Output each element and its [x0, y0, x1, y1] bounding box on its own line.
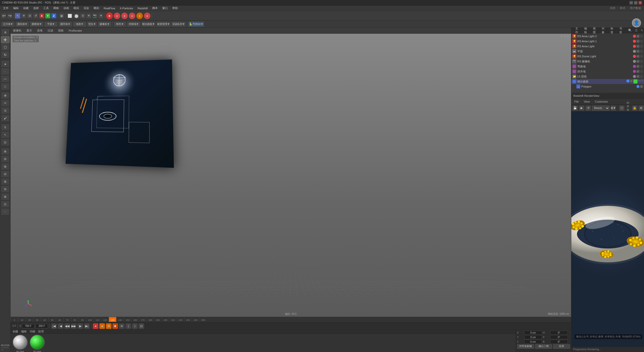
vp-tb-options[interactable]: 选项: [35, 28, 44, 33]
tick-160[interactable]: 160: [131, 317, 139, 322]
obj-render-rslight[interactable]: ✓: [636, 45, 639, 48]
material-manager[interactable]: 材质管理▼: [156, 21, 171, 27]
obj-row-polygon[interactable]: △ Polygon ✓: [571, 84, 644, 89]
mat-create[interactable]: 创建: [13, 330, 18, 333]
render-interactive-btn[interactable]: ●: [121, 12, 128, 19]
material-item-green[interactable]: RS Mat: [30, 335, 45, 352]
tick-40[interactable]: 40: [41, 317, 48, 322]
tick-50[interactable]: 50: [48, 317, 56, 322]
obj-dot2-repulse[interactable]: [640, 70, 643, 73]
landscape-primitive[interactable]: 地形▼: [73, 21, 87, 27]
side-tool-extra1[interactable]: ⊞: [1, 148, 10, 155]
obj-row-rslight[interactable]: 💡 RS Area Light ✓: [571, 44, 644, 49]
rv-mode-dropdown[interactable]: Beauty Diffuse Specular: [592, 106, 610, 111]
obj-dot2-rsdome[interactable]: [640, 55, 643, 58]
cylinder-primitive[interactable]: 圆柱体▼: [15, 21, 29, 27]
selection-tool[interactable]: ↖: [15, 13, 20, 19]
render-queue[interactable]: 渲染队列▼: [171, 21, 186, 27]
mat-edit[interactable]: 编辑: [21, 330, 27, 333]
h-rotation-input[interactable]: [550, 331, 568, 335]
tick-70[interactable]: 70: [63, 317, 71, 322]
undo-button[interactable]: ↩: [1, 13, 7, 19]
scale-tool-side[interactable]: ⬡: [1, 44, 10, 51]
obj-render-l5[interactable]: ✓: [636, 75, 639, 78]
plane-primitive[interactable]: 平面▼: [44, 21, 58, 27]
obj-vis-bend[interactable]: [633, 65, 636, 68]
om-icon3[interactable]: ✎: [641, 29, 643, 32]
tick-110[interactable]: 110: [94, 317, 101, 322]
obj-vis-repulse[interactable]: [633, 70, 636, 73]
obj-row-repulse[interactable]: ⬡ 排斥域 ✓: [571, 69, 644, 74]
coord-system-btn[interactable]: ⊕: [59, 13, 64, 19]
play-reverse-btn[interactable]: ◀◀: [64, 323, 70, 329]
autokey-btn[interactable]: ⏺: [112, 323, 118, 329]
obj-row-rscam[interactable]: 📷 RS 摄像机 ✓: [571, 59, 644, 64]
menu-style[interactable]: 样式: [618, 6, 627, 11]
side-tool-extra9[interactable]: ⋯: [1, 208, 10, 215]
cube-primitive[interactable]: 立方体▼: [1, 21, 15, 27]
obj-vis-rslight[interactable]: [633, 45, 636, 48]
subdivide-tool[interactable]: 细分曲面▼: [141, 21, 156, 27]
tick-90[interactable]: 90: [78, 317, 86, 322]
side-tool-extra2[interactable]: ⊟: [1, 155, 10, 162]
next-frame-btn[interactable]: ▶: [77, 323, 83, 329]
vp-tb-camera[interactable]: 摄像机: [12, 28, 23, 33]
vp-icon-2[interactable]: ⊞: [564, 35, 566, 38]
tick-0[interactable]: 0: [11, 317, 18, 322]
material-ball-rs[interactable]: [13, 335, 28, 350]
go-end-btn[interactable]: ▶|: [84, 323, 90, 329]
vp-tb-prorender[interactable]: ProRender: [67, 29, 84, 33]
viewport[interactable]: Number of emitters: 0 Total live particl…: [11, 34, 571, 317]
obj-dot2-bend[interactable]: [640, 65, 643, 68]
poly-tool[interactable]: □: [1, 83, 10, 90]
window-controls[interactable]: — □ ✕: [629, 1, 642, 5]
object-cube-btn[interactable]: ⬜: [67, 13, 73, 19]
obj-render-rscam[interactable]: ✓: [636, 60, 639, 63]
render-settings-btn[interactable]: ●: [136, 12, 143, 19]
tick-220[interactable]: 220: [177, 317, 184, 322]
loop-sel[interactable]: ⊙: [1, 107, 10, 114]
material-item-rs[interactable]: RS Mat: [13, 335, 28, 352]
rotate-tool[interactable]: ↺: [33, 13, 38, 19]
end-frame-input[interactable]: [35, 324, 48, 328]
menu-realflow[interactable]: RealFlow: [102, 6, 117, 10]
menu-xparticles[interactable]: X-Particles: [118, 6, 135, 10]
model-tool[interactable]: ◈: [1, 60, 10, 67]
menu-window[interactable]: 窗口: [160, 6, 170, 11]
render-btn[interactable]: ●: [106, 12, 113, 19]
vp-tb-panel[interactable]: 面板: [57, 28, 65, 33]
rv-save-btn[interactable]: 💾: [572, 105, 578, 111]
y-position-input[interactable]: [524, 335, 542, 339]
obj-vis-subdivide[interactable]: [626, 79, 629, 82]
record-all-btn[interactable]: ●: [99, 323, 105, 329]
edge-tool[interactable]: —: [1, 75, 10, 82]
user-avatar-button[interactable]: 👤: [632, 18, 641, 27]
rv-channels-btn[interactable]: ⊞▼: [611, 105, 616, 111]
obj-render-rsdome[interactable]: ✓: [636, 55, 639, 58]
tick-30[interactable]: 30: [33, 317, 41, 322]
particle-btn[interactable]: ✦: [98, 13, 104, 19]
cone-primitive[interactable]: 圆锥体▼: [30, 21, 44, 27]
mat-function[interactable]: 功能: [30, 330, 35, 333]
walk-through[interactable]: ⊡: [1, 139, 10, 146]
tick-240[interactable]: 240: [192, 317, 199, 322]
tick-190[interactable]: 190: [154, 317, 162, 322]
torus-primitive[interactable]: 圆环体▼: [58, 21, 72, 27]
side-tool-extra5[interactable]: ⊞: [1, 178, 10, 185]
tick-80[interactable]: 80: [71, 317, 78, 322]
obj-vis-rslight1[interactable]: [633, 40, 636, 43]
render-stop-btn[interactable]: ●: [144, 12, 151, 19]
menu-mesh[interactable]: 网格: [51, 6, 61, 11]
obj-row-rslight2[interactable]: 💡 RS Area Light 2 ✓: [571, 34, 644, 39]
z-axis-btn[interactable]: Z: [51, 13, 57, 19]
python-tool[interactable]: 🐍 Python▼: [188, 21, 204, 27]
menu-select[interactable]: 选择: [31, 6, 41, 11]
timeline-ruler[interactable]: 0 10 20 30 40 50 60 70 80 90 100 110 120…: [11, 317, 571, 322]
fps-input[interactable]: [22, 324, 34, 328]
powerslider-btn[interactable]: ⊡: [139, 323, 144, 329]
magnet-tool[interactable]: ⊕: [1, 92, 10, 99]
side-tool-extra4[interactable]: ⊟: [1, 170, 10, 178]
record-settings-btn[interactable]: ⚙: [106, 323, 111, 329]
menu-edit[interactable]: 编辑: [11, 6, 21, 11]
obj-dot2-rslight1[interactable]: [640, 40, 643, 43]
